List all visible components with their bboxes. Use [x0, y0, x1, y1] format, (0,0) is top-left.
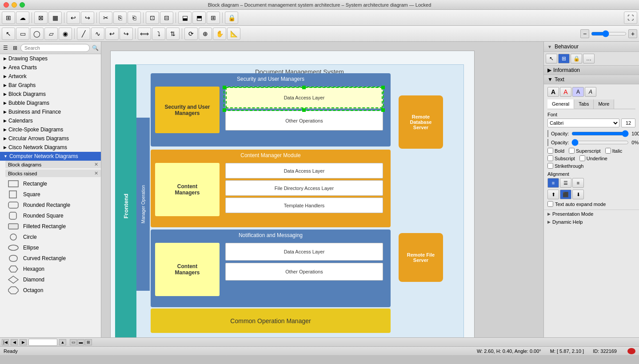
tb-rect-btn[interactable]: ▭: [16, 28, 29, 40]
tb-para-btn[interactable]: ▱: [44, 28, 58, 40]
tb-select-btn[interactable]: ↖: [2, 28, 15, 40]
sidebar-item-computer-network[interactable]: ▼ Computer Network Diagrams: [0, 152, 101, 161]
tb-open-btn[interactable]: ☁: [16, 12, 29, 24]
canvas-area[interactable]: Document Management System Frontend Mana…: [101, 42, 543, 337]
tb-fullscreen-btn[interactable]: ⛶: [624, 12, 637, 24]
presentation-mode-link[interactable]: ▶ Presentation Mode: [544, 210, 639, 218]
content-data-access-item[interactable]: Data Access Layer: [225, 163, 383, 178]
sidebar-item-cisco[interactable]: ▶ Cisco Network Diagrams: [0, 143, 101, 152]
sidebar-item-drawing-shapes[interactable]: ▶ Drawing Shapes: [0, 54, 101, 63]
tb-copy-btn[interactable]: ⎘: [113, 12, 127, 24]
tab-tabs[interactable]: Tabs: [574, 99, 594, 109]
text-auto-expand-checkbox[interactable]: [547, 201, 553, 207]
subscript-checkbox[interactable]: [547, 155, 553, 161]
bold-checkbox[interactable]: [547, 148, 553, 154]
tb-paste-btn[interactable]: ⎗: [128, 12, 141, 24]
zoom-out-btn[interactable]: −: [580, 29, 589, 38]
sidebar-item-bar-graphs[interactable]: ▶ Bar Graphs: [0, 81, 101, 90]
shape-item-rounded-square[interactable]: Rounded Square: [5, 210, 101, 221]
sidebar-item-calendars[interactable]: ▶ Calendars: [0, 116, 101, 125]
file-directory-item[interactable]: File Directory Access Layer: [225, 180, 383, 196]
remote-file-block[interactable]: Remote FileServer: [399, 233, 443, 282]
rp-lock-btn[interactable]: 🔒: [571, 54, 582, 63]
tb-curve-btn[interactable]: ∿: [91, 28, 104, 40]
tb-send-back-btn[interactable]: ⬓: [178, 12, 192, 24]
shape-item-rounded-rectangle[interactable]: Rounded Rectangle: [5, 200, 101, 210]
sidebar-item-business-finance[interactable]: ▶ Business and Finance: [0, 107, 101, 116]
tb-group-btn[interactable]: ⊡: [146, 12, 159, 24]
view-normal-btn[interactable]: ▭: [70, 339, 77, 345]
shape-item-octagon[interactable]: Octagon: [5, 285, 101, 296]
align-left-btn[interactable]: ≡: [547, 178, 559, 188]
text-format-a-btn[interactable]: A: [547, 87, 559, 97]
tb-ellipse-btn[interactable]: ◉: [59, 28, 72, 40]
tb-redo-btn[interactable]: ↪: [81, 12, 94, 24]
notif-data-access-item[interactable]: Data Access Layer: [225, 243, 383, 261]
tab-more[interactable]: More: [594, 99, 614, 109]
shape-item-rectangle[interactable]: Rectangle: [5, 178, 101, 189]
sidebar-item-bubble-diagrams[interactable]: ▶ Bubble Diagrams: [0, 99, 101, 107]
close-blocks-raised-btn[interactable]: ✕: [94, 170, 98, 176]
sidebar-item-area-charts[interactable]: ▶ Area Charts: [0, 63, 101, 72]
opacity-stroke-slider[interactable]: [571, 140, 629, 145]
stroke-color-swatch[interactable]: [547, 139, 548, 146]
tab-general[interactable]: General: [547, 99, 574, 109]
text-color-btn[interactable]: A: [560, 87, 571, 97]
view-full-btn[interactable]: ▬: [77, 339, 84, 345]
shape-item-square[interactable]: Square: [5, 189, 101, 200]
text-section-header[interactable]: ▼ Text: [544, 75, 639, 84]
tb-conn-btn[interactable]: ↩: [105, 28, 119, 40]
close-block-diagrams-btn[interactable]: ✕: [94, 162, 98, 167]
dynamic-help-link[interactable]: ▶ Dynamic Help: [544, 218, 639, 226]
security-user-managers-block[interactable]: Security and UserManagers: [155, 87, 220, 133]
tb-undo-btn[interactable]: ↩: [67, 12, 80, 24]
tb-new-btn[interactable]: ⊞: [2, 12, 15, 24]
sidebar-item-block-diagrams[interactable]: ▶ Block Diagrams: [0, 90, 101, 99]
security-data-access-item[interactable]: Data Access Layer: [225, 87, 383, 109]
notif-other-ops-item[interactable]: Other Operations: [225, 263, 383, 281]
align-top-btn[interactable]: ⬆: [547, 190, 559, 199]
sidebar-item-circle-spoke[interactable]: ▶ Circle-Spoke Diagrams: [0, 125, 101, 134]
page-nav-zoom-up-btn[interactable]: ▲: [59, 339, 66, 345]
tb-circle-btn[interactable]: ◯: [30, 28, 44, 40]
sidebar-grid-toggle[interactable]: ⊞: [11, 44, 19, 52]
remote-db-block[interactable]: RemoteDatabaseServer: [399, 95, 443, 149]
tb-print-btn[interactable]: ⊠: [34, 12, 48, 24]
tb-zoom-fit-btn[interactable]: ⊕: [199, 28, 212, 40]
tb-flip-btn[interactable]: ⇅: [166, 28, 180, 40]
view-fit-btn[interactable]: ⊞: [85, 339, 92, 345]
shape-item-ellipse[interactable]: Ellipse: [5, 242, 101, 253]
tb-bring-front-btn[interactable]: ⬒: [192, 12, 206, 24]
tb-arrow-btn[interactable]: ↪: [120, 28, 133, 40]
tb-resize-btn[interactable]: ⤵: [152, 28, 165, 40]
italic-checkbox[interactable]: [605, 148, 611, 154]
security-other-ops-item[interactable]: Other Operations: [225, 111, 383, 131]
sidebar-item-artwork[interactable]: ▶ Artwork: [0, 72, 101, 81]
rp-select-btn[interactable]: ↖: [546, 54, 557, 63]
rp-format-btn[interactable]: ⊞: [558, 54, 570, 63]
fill-color-swatch[interactable]: [547, 130, 548, 137]
sidebar-view-toggle[interactable]: ☰: [2, 44, 9, 52]
tb-measure-btn[interactable]: 📐: [227, 28, 240, 40]
align-right-btn[interactable]: ≡: [572, 178, 584, 188]
close-button[interactable]: [4, 2, 9, 8]
tb-line-btn[interactable]: ╱: [77, 28, 90, 40]
shape-item-curved-rectangle[interactable]: Curved Rectangle: [5, 253, 101, 264]
strikethrough-checkbox[interactable]: [547, 163, 553, 169]
sidebar-item-circular-arrows[interactable]: ▶ Circular Arrows Diagrams: [0, 134, 101, 143]
zoom-in-btn[interactable]: +: [628, 29, 637, 38]
tb-transform-btn[interactable]: ⟺: [138, 28, 151, 40]
maximize-button[interactable]: [20, 2, 25, 8]
tb-ungroup-btn[interactable]: ⊟: [160, 12, 173, 24]
superscript-checkbox[interactable]: [569, 148, 575, 154]
page-nav-prev-btn[interactable]: ◀: [11, 339, 18, 345]
text-bg-btn[interactable]: A: [572, 87, 584, 97]
align-bottom-btn[interactable]: ⬇: [572, 190, 584, 199]
tb-lock-btn[interactable]: 🔒: [225, 12, 238, 24]
zoom-display-input[interactable]: Custom 83%: [28, 339, 57, 346]
diagram-paper[interactable]: Document Management System Frontend Mana…: [110, 51, 475, 337]
tb-export-btn[interactable]: ▦: [48, 12, 62, 24]
underline-checkbox[interactable]: [579, 155, 585, 161]
tb-pan-btn[interactable]: ✋: [213, 28, 226, 40]
page-nav-first-btn[interactable]: |◀: [2, 339, 9, 345]
